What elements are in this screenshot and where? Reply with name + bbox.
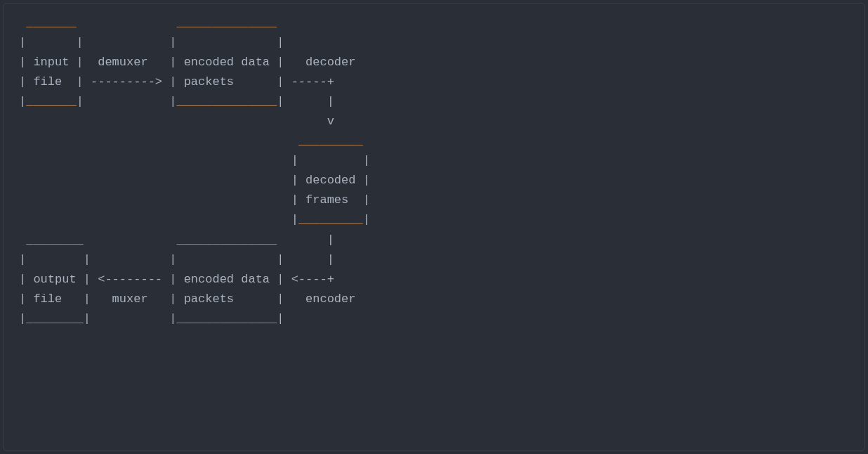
- ascii-flow-diagram: _______ ______________ | | | | | input |…: [19, 13, 849, 329]
- code-block-container: _______ ______________ | | | | | input |…: [3, 3, 865, 451]
